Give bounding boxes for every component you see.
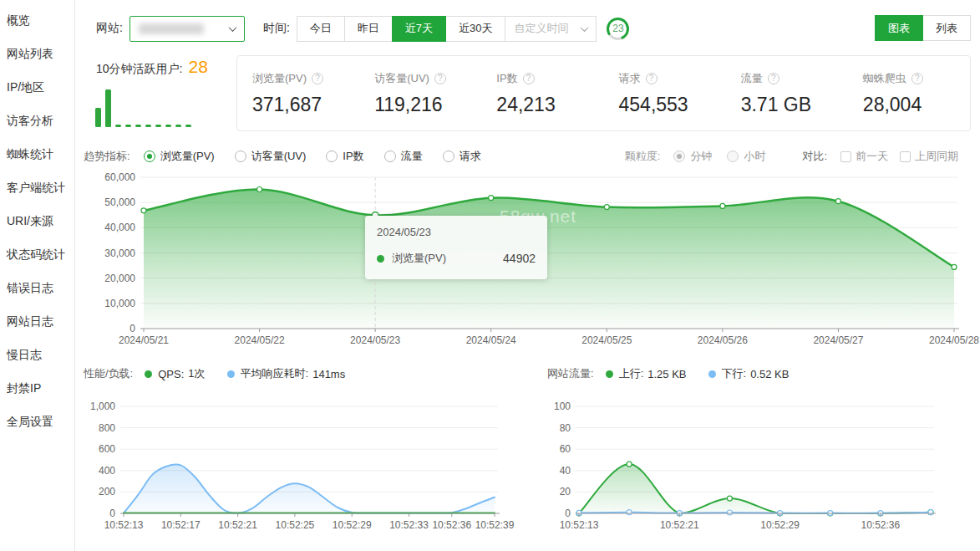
legend-item-value: 141ms [312,368,345,380]
metric-radio-IP数[interactable]: IP数 [326,149,363,164]
sidebar-item-URI/来源[interactable]: URI/来源 [0,204,74,237]
checkbox-icon [840,151,851,162]
data-point-marker[interactable] [627,510,632,515]
sidebar-item-蜘蛛统计[interactable]: 蜘蛛统计 [0,137,74,171]
data-point-marker[interactable] [928,510,933,515]
stat-label-text: 访客量(UV) [374,71,429,86]
x-tick-label: 10:52:21 [660,519,699,531]
view-toggle: 图表列表 [875,15,971,41]
stat-label-text: 浏览量(PV) [252,71,307,86]
data-point-marker[interactable] [489,196,494,201]
stat-label: IP数? [496,71,603,86]
sidebar-item-慢日志[interactable]: 慢日志 [0,338,74,371]
legend-item[interactable]: 平均响应耗时:141ms [227,366,346,381]
x-tick-label: 10:52:29 [760,519,800,531]
legend-items: 上行:1.25 KB下行:0.52 KB [606,366,811,381]
sidebar-item-客户端统计[interactable]: 客户端统计 [0,171,74,204]
performance-chart[interactable]: 02004006008001,00010:52:1310:52:1710:52:… [84,391,535,550]
x-tick-label: 2024/05/27 [813,334,863,346]
custom-time-select[interactable]: 自定义时间 [505,16,597,42]
metric-radio-label: IP数 [343,149,363,164]
traffic-chart[interactable]: 02040608010010:52:1310:52:2110:52:2910:5… [547,391,980,550]
active-user-bar [135,125,141,127]
legend-dot-icon [708,370,716,378]
x-tick-label: 10:52:39 [475,519,515,531]
refresh-countdown-value: 23 [609,20,627,38]
help-icon[interactable]: ? [768,73,779,84]
refresh-countdown-badge[interactable]: 23 [607,18,629,40]
metric-radio-流量[interactable]: 流量 [384,149,423,164]
sidebar-item-封禁IP[interactable]: 封禁IP [0,371,74,405]
sidebar-item-网站日志[interactable]: 网站日志 [0,304,74,338]
site-label: 网站: [96,21,123,36]
series-area-上行 [579,464,931,513]
view-button-列表[interactable]: 列表 [922,15,971,41]
time-button-近7天[interactable]: 近7天 [392,16,446,42]
sidebar-item-访客分析[interactable]: 访客分析 [0,104,74,137]
compare-checkbox-上周同期[interactable]: 上周同期 [900,149,958,164]
stat-value: 28,004 [863,94,970,116]
data-point-marker[interactable] [720,203,725,208]
help-icon[interactable]: ? [523,73,535,84]
data-point-marker[interactable] [627,462,632,467]
traffic-legend-title: 网站流量: [547,366,594,381]
sidebar-item-概览[interactable]: 概览 [0,3,74,37]
data-point-marker[interactable] [141,208,146,213]
data-point-marker[interactable] [604,205,609,210]
help-icon[interactable]: ? [646,73,658,84]
help-icon[interactable]: ? [312,73,323,84]
stat-label-text: IP数 [496,71,517,86]
stat-label-text: 蜘蛛爬虫 [863,71,906,86]
data-point-marker[interactable] [952,264,957,269]
data-point-marker[interactable] [727,510,732,515]
legend-item-label: QPS: [158,368,184,380]
data-point-marker[interactable] [727,496,732,501]
stat-label: 蜘蛛爬虫? [863,71,970,86]
x-tick-label: 2024/05/26 [698,334,748,346]
x-tick-label: 2024/05/23 [350,334,400,346]
time-button-今日[interactable]: 今日 [297,16,345,42]
analytics-dashboard: 概览网站列表IP/地区访客分析蜘蛛统计客户端统计URI/来源状态码统计错误日志网… [0,0,980,551]
x-tick-label: 10:52:17 [161,519,201,531]
legend-item-label: 平均响应耗时: [241,366,309,381]
performance-legend-title: 性能/负载: [84,366,133,381]
legend-item[interactable]: 上行:1.25 KB [606,366,687,381]
help-icon[interactable]: ? [434,73,446,84]
metric-radio-浏览量(PV)[interactable]: 浏览量(PV) [144,149,215,164]
sidebar: 概览网站列表IP/地区访客分析蜘蛛统计客户端统计URI/来源状态码统计错误日志网… [0,0,75,551]
sidebar-item-IP/地区[interactable]: IP/地区 [0,70,74,104]
granularity-radio-label: 分钟 [690,149,712,164]
active-user-bar [105,89,111,127]
compare-checkbox-前一天[interactable]: 前一天 [840,149,888,164]
active-users: 10分钟活跃用户: 28 [96,57,208,77]
sidebar-item-错误日志[interactable]: 错误日志 [0,271,74,304]
y-tick-label: 20 [560,486,571,497]
data-point-marker[interactable] [835,199,840,204]
time-button-近30天[interactable]: 近30天 [445,16,505,42]
metric-radio-label: 访客量(UV) [251,149,307,164]
metric-radio-访客量(UV)[interactable]: 访客量(UV) [235,149,307,164]
active-user-bar [175,125,181,127]
radio-icon [326,151,338,162]
time-button-昨日[interactable]: 昨日 [344,16,393,42]
x-tick-label: 2024/05/21 [119,334,169,346]
metric-radio-请求[interactable]: 请求 [443,149,481,164]
sidebar-item-状态码统计[interactable]: 状态码统计 [0,237,74,271]
x-tick-label: 2024/05/28 [929,334,979,346]
active-user-bar [115,125,121,127]
active-user-bar [185,125,191,127]
help-icon[interactable]: ? [911,73,923,84]
data-point-marker[interactable] [257,187,262,192]
granularity-radio-分钟[interactable]: 分钟 [673,149,712,164]
view-button-图表[interactable]: 图表 [875,15,923,41]
series-dot-icon [377,255,384,263]
sidebar-item-全局设置[interactable]: 全局设置 [0,405,74,438]
sidebar-item-网站列表[interactable]: 网站列表 [0,37,74,70]
stat-蜘蛛爬虫: 蜘蛛爬虫?28,004 [848,71,970,116]
legend-item[interactable]: 下行:0.52 KB [708,366,790,381]
legend-dot-icon [145,370,152,378]
granularity-radio-小时[interactable]: 小时 [727,149,765,164]
y-tick-label: 10,000 [104,298,135,309]
legend-item[interactable]: QPS:1次 [145,366,205,381]
site-select[interactable] [129,16,245,42]
